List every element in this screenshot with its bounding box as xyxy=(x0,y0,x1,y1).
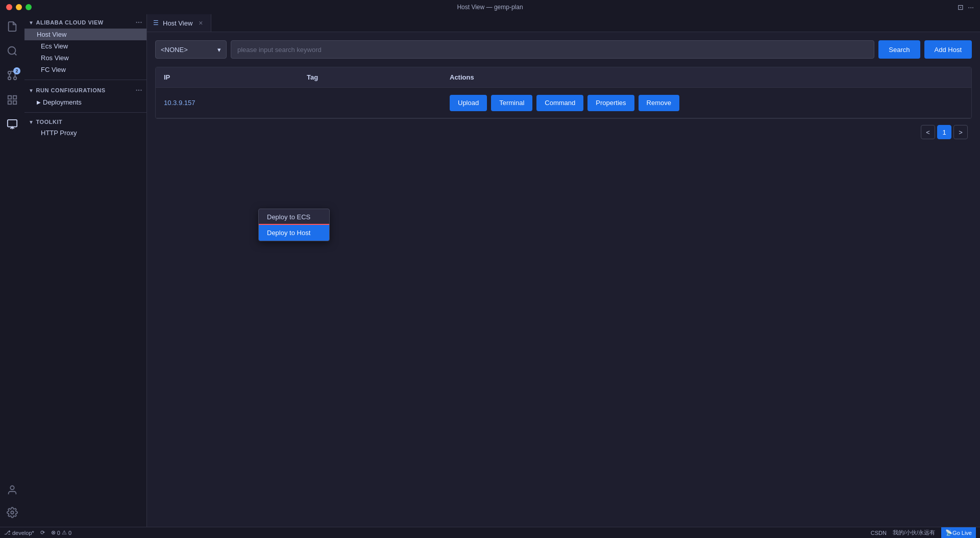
activity-search[interactable] xyxy=(2,41,22,61)
sidebar-item-host-view[interactable]: Host View xyxy=(24,29,146,40)
cell-tag xyxy=(299,97,442,109)
tab-bar: ☰ Host View × xyxy=(147,14,980,32)
svg-line-1 xyxy=(14,53,16,55)
activity-extensions[interactable] xyxy=(2,90,22,110)
context-menu-deploy-host[interactable]: Deploy to Host xyxy=(259,225,329,241)
context-menu-deploy-ecs[interactable]: Deploy to ECS xyxy=(259,209,329,225)
chevron-down-icon: ▼ xyxy=(29,20,34,25)
sidebar-item-http-proxy[interactable]: HTTP Proxy xyxy=(24,127,146,139)
split-editor-icon[interactable]: ⊡ xyxy=(958,3,964,11)
activity-bottom xyxy=(2,480,22,527)
svg-rect-7 xyxy=(13,96,16,99)
sidebar-item-ecs-view[interactable]: Ecs View xyxy=(24,40,146,52)
add-host-button[interactable]: Add Host xyxy=(924,40,972,59)
status-user: 我的/小伙/永远有 xyxy=(893,529,935,536)
search-button[interactable]: Search xyxy=(878,40,920,59)
source-control-badge: 2 xyxy=(13,67,20,74)
pagination-next[interactable]: > xyxy=(953,125,968,139)
status-errors[interactable]: ⊗ 0 ⚠ 0 xyxy=(51,529,71,536)
pagination-prev[interactable]: < xyxy=(921,125,935,139)
sidebar-item-fc-view[interactable]: FC View xyxy=(24,64,146,75)
git-branch-icon: ⎇ xyxy=(4,529,11,536)
chevron-down-icon-2: ▼ xyxy=(29,88,34,93)
sidebar: ▼ ALIBABA CLOUD VIEW ··· Host View Ecs V… xyxy=(24,14,147,527)
section-more-icon[interactable]: ··· xyxy=(136,18,142,27)
action-buttons-group: Upload Terminal Command Properties Remov… xyxy=(450,95,963,111)
sidebar-section-title-toolkit: TOOLKIT xyxy=(36,119,62,125)
sidebar-section-toolkit: ▼ TOOLKIT HTTP Proxy xyxy=(24,115,146,141)
host-table: IP Tag Actions 10.3.9.157 Upload Termina… xyxy=(155,67,972,119)
search-bar: <NONE> ▾ Search Add Host xyxy=(155,40,972,59)
svg-rect-10 xyxy=(8,120,17,127)
error-icon: ⊗ xyxy=(51,529,56,536)
titlebar: Host View — gemp-plan ⊡ ··· xyxy=(0,0,980,14)
activity-explorer[interactable] xyxy=(2,16,22,37)
sidebar-section-header-run-configs[interactable]: ▼ RUN CONFIGURATIONS ··· xyxy=(24,84,146,96)
svg-rect-8 xyxy=(13,101,16,104)
svg-rect-6 xyxy=(8,96,11,99)
minimize-button[interactable] xyxy=(16,4,22,10)
window-title: Host View — gemp-plan xyxy=(457,4,523,11)
svg-point-2 xyxy=(14,77,17,80)
warning-count: 0 xyxy=(68,530,71,536)
remove-button[interactable]: Remove xyxy=(639,95,679,111)
upload-button[interactable]: Upload xyxy=(450,95,487,111)
pagination-page-1[interactable]: 1 xyxy=(937,125,951,139)
status-sync[interactable]: ⟳ xyxy=(40,529,45,536)
close-button[interactable] xyxy=(6,4,12,10)
ip-address-link[interactable]: 10.3.9.157 xyxy=(164,99,195,107)
sidebar-section-header-toolkit[interactable]: ▼ TOOLKIT xyxy=(24,117,146,127)
warning-icon: ⚠ xyxy=(62,529,67,536)
pagination: < 1 > xyxy=(155,119,972,145)
window-controls xyxy=(6,4,32,10)
status-csdn: CSDN xyxy=(871,530,887,536)
table-header: IP Tag Actions xyxy=(156,67,971,88)
activity-remote[interactable] xyxy=(2,114,22,135)
svg-point-3 xyxy=(8,71,11,74)
dropdown-value: <NONE> xyxy=(161,46,188,54)
properties-button[interactable]: Properties xyxy=(587,95,634,111)
branch-name: develop* xyxy=(12,530,34,536)
activity-bar: 2 xyxy=(0,14,24,527)
main-content: <NONE> ▾ Search Add Host IP Tag Actions … xyxy=(147,32,980,527)
sidebar-section-title-run-configs: RUN CONFIGURATIONS xyxy=(36,87,105,93)
go-live-icon: 📡 xyxy=(945,529,952,536)
col-ip: IP xyxy=(156,67,299,87)
sidebar-section-alibaba-cloud: ▼ ALIBABA CLOUD VIEW ··· Host View Ecs V… xyxy=(24,14,146,78)
titlebar-actions: ⊡ ··· xyxy=(958,3,974,11)
filter-dropdown[interactable]: <NONE> ▾ xyxy=(155,40,227,59)
chevron-right-icon: ▶ xyxy=(37,99,41,105)
sidebar-item-deployments[interactable]: ▶ Deployments xyxy=(24,96,146,108)
svg-point-13 xyxy=(11,511,14,514)
status-branch[interactable]: ⎇ develop* xyxy=(4,529,34,536)
section-more-icon-2[interactable]: ··· xyxy=(136,86,142,94)
sync-icon: ⟳ xyxy=(40,529,45,536)
svg-point-4 xyxy=(8,77,11,80)
col-tag: Tag xyxy=(299,67,442,87)
sidebar-item-ros-view[interactable]: Ros View xyxy=(24,52,146,64)
svg-rect-9 xyxy=(8,101,11,104)
terminal-button[interactable]: Terminal xyxy=(491,95,532,111)
activity-settings[interactable] xyxy=(2,502,22,523)
status-right: CSDN 我的/小伙/永远有 📡 Go Live xyxy=(871,527,976,539)
sidebar-section-title-alibaba-cloud: ALIBABA CLOUD VIEW xyxy=(36,19,103,25)
more-actions-icon[interactable]: ··· xyxy=(968,3,974,11)
tab-close-button[interactable]: × xyxy=(197,19,205,27)
chevron-down-icon-3: ▼ xyxy=(29,119,34,125)
command-button[interactable]: Command xyxy=(536,95,583,111)
status-bar: ⎇ develop* ⟳ ⊗ 0 ⚠ 0 CSDN 我的/小伙/永远有 📡 Go… xyxy=(0,527,980,538)
activity-source-control[interactable]: 2 xyxy=(2,65,22,86)
chevron-down-icon-dropdown: ▾ xyxy=(217,46,221,54)
col-actions: Actions xyxy=(442,67,971,87)
cell-actions: Upload Terminal Command Properties Remov… xyxy=(442,89,971,117)
tab-icon: ☰ xyxy=(153,19,159,27)
go-live-button[interactable]: 📡 Go Live xyxy=(941,527,976,539)
tab-host-view[interactable]: ☰ Host View × xyxy=(147,14,211,32)
sidebar-section-run-configurations: ▼ RUN CONFIGURATIONS ··· ▶ Deployments xyxy=(24,82,146,110)
search-input[interactable] xyxy=(231,40,874,59)
maximize-button[interactable] xyxy=(26,4,32,10)
activity-account[interactable] xyxy=(2,480,22,500)
sidebar-section-header-alibaba-cloud[interactable]: ▼ ALIBABA CLOUD VIEW ··· xyxy=(24,16,146,29)
svg-point-12 xyxy=(10,486,14,490)
content-area: ☰ Host View × <NONE> ▾ Search Add Host I… xyxy=(147,14,980,527)
